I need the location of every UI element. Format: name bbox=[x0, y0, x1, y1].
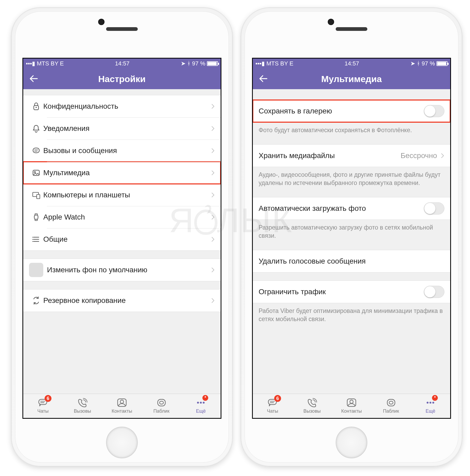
chevron-right-icon bbox=[441, 153, 444, 159]
chevron-right-icon bbox=[211, 170, 215, 176]
chevron-right-icon bbox=[211, 103, 215, 109]
image-icon bbox=[29, 168, 43, 178]
speaker-grille bbox=[106, 27, 138, 31]
tab-label: Чаты bbox=[267, 408, 278, 414]
row-label: Резервное копирование bbox=[43, 296, 211, 305]
tab-label: Контакты bbox=[112, 408, 132, 414]
tab-calls[interactable]: Вызовы bbox=[292, 394, 332, 418]
row-general[interactable]: Общие bbox=[23, 228, 221, 250]
devices-icon bbox=[29, 190, 43, 200]
chevron-right-icon bbox=[211, 126, 215, 131]
tab-label: Паблик bbox=[383, 408, 399, 414]
row-label: Удалить голосовые сообщения bbox=[259, 257, 444, 265]
page-title: Мультимедиа bbox=[253, 74, 450, 84]
battery-percent: 97 % bbox=[192, 60, 205, 67]
chevron-right-icon bbox=[211, 214, 215, 220]
tab-contacts[interactable]: Контакты bbox=[332, 394, 371, 418]
tab-bar: 6 Чаты Вызовы Контакты Паблик * bbox=[253, 394, 450, 418]
tab-public[interactable]: Паблик bbox=[371, 394, 411, 418]
row-limit-traffic[interactable]: Ограничить трафик bbox=[253, 281, 450, 303]
location-icon: ➤ bbox=[410, 60, 415, 67]
row-apple-watch[interactable]: Apple Watch bbox=[23, 206, 221, 228]
chevron-right-icon bbox=[211, 267, 215, 273]
row-label: Компьютеры и планшеты bbox=[43, 191, 211, 199]
toggle-limit-traffic[interactable] bbox=[424, 286, 444, 298]
signal-icon: ▪▪▪▮ bbox=[26, 60, 35, 67]
nav-header: Мультимедиа bbox=[253, 69, 450, 89]
chevron-right-icon bbox=[211, 298, 215, 303]
public-icon bbox=[156, 398, 167, 407]
tab-chats[interactable]: 6 Чаты bbox=[23, 394, 63, 418]
clock: 14:57 bbox=[345, 60, 359, 67]
row-calls-messages[interactable]: Вызовы и сообщения bbox=[23, 140, 221, 162]
tab-calls[interactable]: Вызовы bbox=[63, 394, 102, 418]
list-icon bbox=[29, 235, 43, 244]
chat-icon bbox=[29, 146, 43, 155]
row-label: Мультимедиа bbox=[43, 169, 211, 177]
row-label: Конфиденциальность bbox=[43, 102, 211, 111]
row-label: Apple Watch bbox=[43, 213, 211, 221]
tab-label: Чаты bbox=[37, 408, 49, 414]
badge-star: * bbox=[202, 395, 208, 401]
row-wallpaper[interactable]: Изменить фон по умолчанию bbox=[23, 259, 221, 281]
bluetooth-icon: ᚼ bbox=[187, 60, 191, 67]
row-notifications[interactable]: Уведомления bbox=[23, 117, 221, 140]
tab-contacts[interactable]: Контакты bbox=[102, 394, 142, 418]
tab-public[interactable]: Паблик bbox=[142, 394, 181, 418]
tab-more[interactable]: * Ещё bbox=[181, 394, 221, 418]
tab-label: Вызовы bbox=[303, 408, 321, 414]
row-delete-voice[interactable]: Удалить голосовые сообщения bbox=[253, 250, 450, 272]
row-save-to-gallery[interactable]: Сохранять в галерею bbox=[253, 100, 450, 122]
tab-chats[interactable]: 6 Чаты bbox=[253, 394, 292, 418]
toggle-auto-download[interactable] bbox=[424, 202, 444, 215]
public-icon bbox=[385, 398, 397, 407]
row-label: Изменить фон по умолчанию bbox=[47, 266, 211, 274]
location-icon: ➤ bbox=[181, 60, 186, 67]
screen-settings: ▪▪▪▮ MTS BY E 14:57 ➤ ᚼ 97 % Настройки bbox=[22, 58, 221, 419]
nav-header: Настройки bbox=[23, 69, 221, 89]
contact-icon bbox=[346, 398, 357, 407]
tab-more[interactable]: * Ещё bbox=[411, 394, 450, 418]
carrier-label: MTS BY E bbox=[37, 60, 64, 67]
back-button[interactable] bbox=[258, 73, 269, 84]
phone-mockup-right: ▪▪▪▮ MTS BY E 14:57 ➤ ᚼ 97 % Мультимедиа bbox=[241, 7, 462, 467]
clock: 14:57 bbox=[115, 60, 130, 67]
row-multimedia[interactable]: Мультимедиа bbox=[23, 162, 221, 184]
bell-icon bbox=[29, 124, 43, 133]
row-devices[interactable]: Компьютеры и планшеты bbox=[23, 184, 221, 206]
back-button[interactable] bbox=[29, 73, 39, 84]
row-value: Бессрочно bbox=[401, 151, 437, 160]
row-backup[interactable]: Резервное копирование bbox=[23, 289, 221, 312]
contact-icon bbox=[116, 398, 128, 407]
row-label: Ограничить трафик bbox=[259, 288, 424, 296]
speaker-grille bbox=[336, 27, 367, 31]
chevron-right-icon bbox=[211, 148, 215, 154]
lock-icon bbox=[29, 102, 43, 111]
sync-icon bbox=[29, 296, 43, 305]
wallpaper-thumb bbox=[29, 263, 43, 277]
page-title: Настройки bbox=[23, 74, 221, 84]
note-save-gallery: Фото будут автоматически сохраняться в Ф… bbox=[253, 122, 450, 136]
status-bar: ▪▪▪▮ MTS BY E 14:57 ➤ ᚼ 97 % bbox=[253, 59, 450, 69]
row-privacy[interactable]: Конфиденциальность bbox=[23, 95, 221, 117]
status-bar: ▪▪▪▮ MTS BY E 14:57 ➤ ᚼ 97 % bbox=[23, 59, 221, 69]
toggle-save-to-gallery[interactable] bbox=[424, 105, 444, 117]
home-button[interactable] bbox=[106, 427, 138, 458]
row-label: Хранить медиафайлы bbox=[259, 151, 401, 160]
front-camera bbox=[98, 19, 105, 25]
battery-icon bbox=[207, 61, 218, 66]
badge-count: 6 bbox=[274, 395, 281, 402]
battery-percent: 97 % bbox=[422, 60, 435, 67]
signal-icon: ▪▪▪▮ bbox=[255, 60, 265, 67]
row-label: Сохранять в галерею bbox=[259, 107, 424, 115]
chevron-right-icon bbox=[211, 192, 215, 198]
front-camera bbox=[328, 19, 334, 25]
phone-mockup-left: ▪▪▪▮ MTS BY E 14:57 ➤ ᚼ 97 % Настройки bbox=[11, 7, 233, 467]
row-auto-download[interactable]: Автоматически загружать фото bbox=[253, 197, 450, 220]
home-button[interactable] bbox=[336, 427, 367, 458]
chevron-right-icon bbox=[211, 236, 215, 242]
tab-label: Ещё bbox=[196, 408, 206, 414]
tab-label: Ещё bbox=[426, 408, 435, 414]
battery-icon bbox=[436, 61, 448, 66]
row-store-media[interactable]: Хранить медиафайлы Бессрочно bbox=[253, 145, 450, 167]
